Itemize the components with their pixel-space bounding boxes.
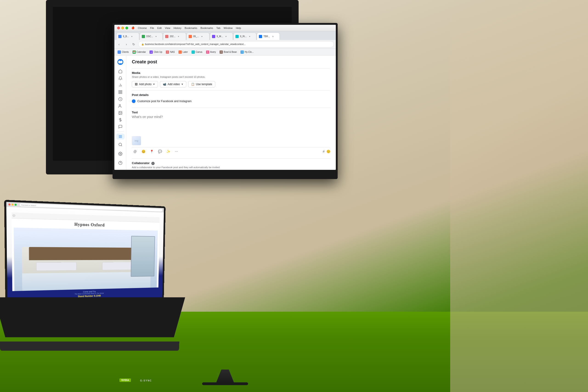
hashtag-icon[interactable]: # [323,150,325,153]
add-video-button[interactable]: 📹 Add video ▼ [160,81,186,88]
tab-3-close[interactable]: × [177,35,180,38]
minimize-button[interactable] [121,26,124,30]
add-emoji-icon[interactable]: 🙂 [326,150,330,153]
view-menu-item[interactable]: View [164,26,172,30]
svg-rect-6 [121,91,122,92]
tab-6[interactable]: 9_Ri... × [233,32,256,40]
location-icon[interactable]: 📍 [148,148,155,155]
tab-5[interactable]: 9_M... × [210,32,233,40]
bookmark-calendar[interactable]: 📅 Calendar [131,50,147,54]
monitor-stand-base [202,382,248,385]
bookmark-clients[interactable]: C Clients [116,50,130,54]
macos-menu: 🍎 Chrome File Edit View History Bookmark… [130,26,242,30]
bookmarks-menu-item[interactable]: Bookmarks [183,26,199,30]
customize-row: Customize post for Facebook and Instagra… [132,98,330,105]
fb-nav-home[interactable] [116,68,125,74]
svg-point-17 [119,143,122,146]
help-menu-item[interactable]: Help [234,26,242,30]
fb-ig-toggle[interactable] [132,100,136,103]
ssl-lock-icon: 🔒 [141,43,144,46]
bookmark-clients-favicon: C [118,50,121,54]
bookmark-avery-favicon: A [206,50,209,54]
tab-1-close[interactable]: × [130,35,133,38]
template-icon: 📋 [191,82,195,86]
ai-icon[interactable]: ✨ [165,148,171,155]
tab-1[interactable]: 9_B... × [116,32,139,40]
laptop-screen: Find text or Search + Hypnos Oxford [4,200,166,312]
svg-line-18 [121,145,122,146]
window-menu-item[interactable]: Window [222,26,234,30]
tag-people-icon[interactable]: @ [132,148,138,155]
bookmark-later[interactable]: L Later [177,50,189,54]
back-button[interactable]: ‹ [116,42,122,47]
laptop: Find text or Search + Hypnos Oxford [0,204,179,351]
bookmark-hy-clo[interactable]: H Hy-Clo... [239,50,255,54]
media-sublabel: Share photos or a video. Instagram posts… [132,76,330,78]
bookmark-bowl-bean[interactable]: B Bowl & Bean [218,50,238,54]
media-buttons: 🖼 Add photo ▼ 📹 Add video ▼ 📋 [132,81,330,88]
create-post-title: Create post [132,59,330,64]
forward-button[interactable]: › [124,42,129,47]
fb-nav-audience[interactable] [116,103,125,109]
tab-7-close[interactable]: × [271,35,274,38]
fb-nav-inbox[interactable] [116,124,125,130]
profiles-menu-item[interactable]: Bookmarks [199,26,214,30]
fb-nav-notifications[interactable] [116,75,125,81]
fb-nav-insights[interactable] [116,82,125,88]
tab-5-close[interactable]: × [224,35,228,38]
whatsapp-icon[interactable]: 💬 [157,148,163,155]
tab-2[interactable]: DSC... × [140,32,163,40]
tab-5-favicon [212,35,215,38]
file-menu-item[interactable]: File [149,26,155,30]
tab-4-title: 09_... [193,35,199,38]
fb-nav-ads[interactable] [116,96,125,102]
fb-nav-media[interactable] [116,110,125,116]
fb-nav-monetization[interactable] [116,117,125,123]
bookmark-clickup-label: Click Up [154,51,162,53]
text-label: Text [132,110,330,114]
post-text-input[interactable] [132,115,330,133]
close-button[interactable] [117,26,120,30]
collaborator-info-icon: i [151,162,155,165]
tab-7-favicon [259,35,262,38]
bookmark-clickup[interactable]: ▲ Click Up [148,50,164,54]
tab-3[interactable]: 202... × [163,32,186,40]
tab-7[interactable]: TBR... × [257,32,280,40]
edit-menu-item[interactable]: Edit [156,26,163,30]
tab-6-close[interactable]: × [248,35,251,38]
history-menu-item[interactable]: History [172,26,183,30]
fb-nav-content[interactable] [116,89,125,95]
fb-nav-help[interactable] [116,159,125,167]
use-template-button[interactable]: 📋 Use template [188,81,215,88]
bookmark-avery[interactable]: A Avery [205,50,217,54]
main-monitor-screen: 🍎 Chrome File Edit View History Bookmark… [114,25,336,170]
bookmark-canva[interactable]: C Canva [190,50,204,54]
add-photo-label: Add photo [139,82,152,86]
reload-button[interactable]: ↻ [131,42,136,47]
bookmark-later-label: Later [183,51,188,53]
apple-menu[interactable]: 🍎 [130,26,136,30]
fb-nav-menu-active[interactable] [116,134,125,140]
more-options-icon[interactable]: ⋯ [173,148,180,155]
fb-layout: Create post Media Share photos or a vide… [114,56,336,170]
emoji-icon[interactable]: 😊 [140,148,147,155]
nav-divider [117,132,124,132]
chrome-menu-item[interactable]: Chrome [136,26,148,30]
tab-2-close[interactable]: × [154,35,158,38]
main-monitor: 🍎 Chrome File Edit View History Bookmark… [113,23,338,179]
fb-sidebar [114,56,126,170]
fb-nav-settings[interactable] [116,150,125,158]
bookmark-nas[interactable]: N NAS [164,50,176,54]
tab-4-close[interactable]: × [200,35,203,38]
chrome-tabs-bar: 9_B... × DSC... × 202... × 09_... × 9_M.… [114,31,336,40]
address-bar[interactable]: 🔒 business.facebook.com/latest/composer?… [138,41,334,48]
add-photo-button[interactable]: 🖼 Add photo ▼ [132,81,158,88]
tab-menu-item[interactable]: Tab [215,26,222,30]
maximize-button[interactable] [125,26,128,30]
tab-4[interactable]: 09_... × [186,32,209,40]
divider-2 [132,90,330,90]
bookmark-canva-favicon: C [192,50,195,54]
chrome-addressbar: ‹ › ↻ 🔒 business.facebook.com/latest/com… [114,40,336,49]
fb-nav-search[interactable] [116,140,125,149]
nvidia-label: NVIDIA [119,378,131,382]
